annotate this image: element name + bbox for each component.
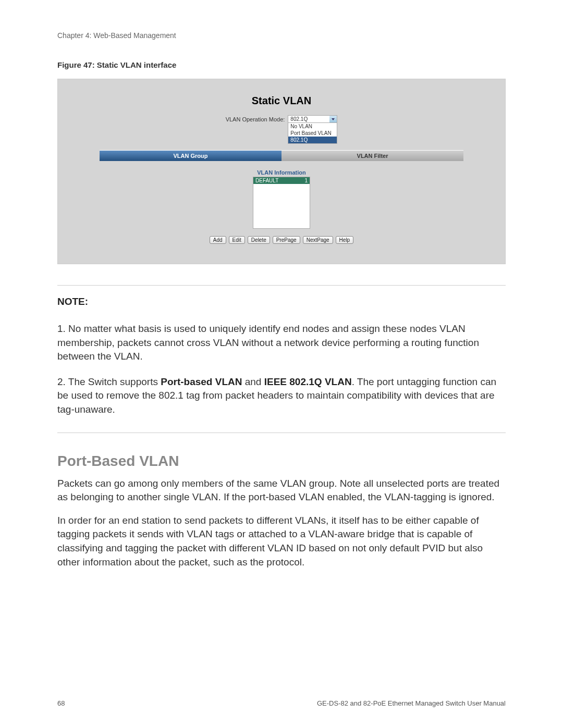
body-paragraph-1: Packets can go among only members of the… — [57, 477, 506, 504]
vlan-panel: VLAN Information DEFAULT 1 Add Edit Dele… — [100, 161, 463, 248]
screenshot-title: Static VLAN — [100, 95, 463, 107]
note2-bold2: IEEE 802.1Q VLAN — [264, 376, 352, 387]
note-heading: NOTE: — [57, 296, 506, 307]
divider — [57, 285, 506, 286]
prepage-button[interactable]: PrePage — [273, 236, 300, 244]
vlan-list[interactable]: DEFAULT 1 — [253, 177, 310, 229]
chapter-header: Chapter 4: Web-Based Management — [57, 31, 506, 40]
note2-mid: and — [242, 376, 264, 387]
dropdown-option[interactable]: No VLAN — [288, 123, 337, 130]
dropdown-option-selected[interactable]: 802.1Q — [288, 137, 337, 143]
vlan-row-name: DEFAULT — [255, 178, 278, 183]
vlan-mode-label: VLAN Operation Mode: — [226, 115, 285, 122]
dropdown-selected-text: 802.1Q — [290, 116, 308, 122]
chevron-down-icon[interactable] — [329, 116, 337, 122]
vlan-row-id: 1 — [304, 178, 308, 183]
divider — [57, 433, 506, 433]
delete-button[interactable]: Delete — [248, 236, 270, 244]
manual-title: GE-DS-82 and 82-PoE Ethernet Managed Swi… — [317, 699, 506, 707]
dropdown-selected[interactable]: 802.1Q — [288, 115, 337, 123]
screenshot-container: Static VLAN VLAN Operation Mode: 802.1Q … — [57, 79, 506, 264]
nextpage-button[interactable]: NextPage — [303, 236, 333, 244]
note-paragraph-1: 1. No matter what basis is used to uniqu… — [57, 322, 506, 364]
dropdown-option[interactable]: Port Based VLAN — [288, 130, 337, 137]
vlan-tabs: VLAN Group VLAN Filter — [100, 150, 463, 161]
tab-vlan-filter[interactable]: VLAN Filter — [282, 150, 463, 161]
note2-bold1: Port-based VLAN — [161, 376, 242, 387]
vlan-mode-row: VLAN Operation Mode: 802.1Q No VLAN Port… — [100, 115, 463, 144]
help-button[interactable]: Help — [336, 236, 354, 244]
page-footer: 68 GE-DS-82 and 82-PoE Ethernet Managed … — [57, 699, 506, 707]
dropdown-list: No VLAN Port Based VLAN 802.1Q — [288, 123, 337, 144]
note-paragraph-2: 2. The Switch supports Port-based VLAN a… — [57, 375, 506, 417]
vlan-mode-dropdown[interactable]: 802.1Q No VLAN Port Based VLAN 802.1Q — [288, 115, 337, 144]
edit-button[interactable]: Edit — [229, 236, 245, 244]
note2-pre: 2. The Switch supports — [57, 376, 161, 387]
vlan-list-row[interactable]: DEFAULT 1 — [253, 177, 310, 184]
figure-caption: Figure 47: Static VLAN interface — [57, 60, 506, 69]
add-button[interactable]: Add — [210, 236, 226, 244]
tab-vlan-group[interactable]: VLAN Group — [100, 150, 282, 161]
body-paragraph-2: In order for an end station to send pack… — [57, 514, 506, 569]
section-heading: Port-Based VLAN — [57, 453, 506, 470]
vlan-information-label: VLAN Information — [257, 169, 306, 176]
vlan-buttons: Add Edit Delete PrePage NextPage Help — [210, 236, 353, 244]
page-number: 68 — [57, 699, 65, 707]
